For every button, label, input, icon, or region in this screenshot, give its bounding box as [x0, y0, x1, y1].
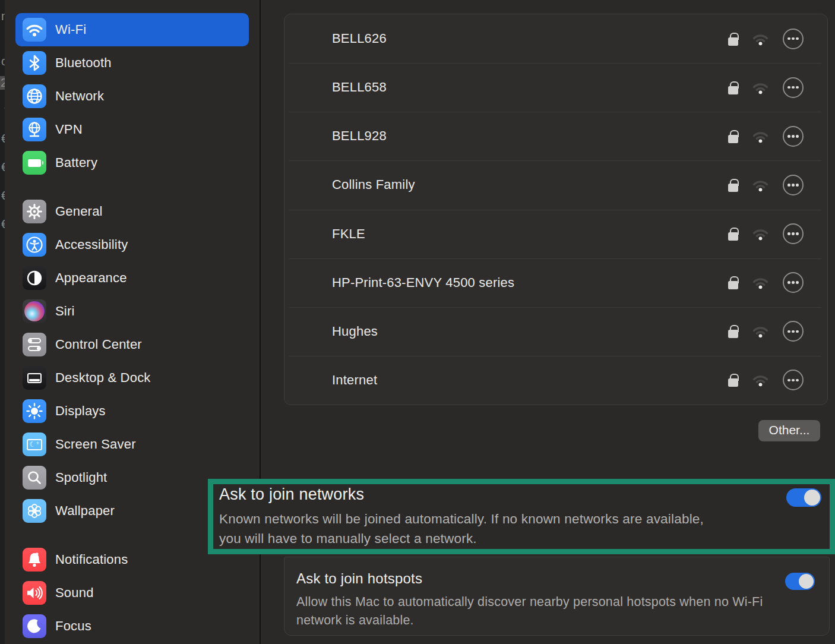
background-text-fragment: 2 [0, 76, 5, 90]
sidebar-item-label: Wallpaper [55, 503, 115, 519]
ask-to-join-hotspots-title: Ask to join hotspots [296, 570, 422, 587]
toggle-knob [804, 490, 820, 506]
sidebar-item-label: Control Center [55, 337, 142, 352]
sidebar-item-desktop-dock[interactable]: Desktop & Dock [15, 361, 249, 394]
sidebar-item-accessibility[interactable]: Accessibility [15, 228, 249, 261]
sidebar-item-battery[interactable]: Battery [15, 146, 249, 179]
ask-to-join-networks-toggle[interactable] [786, 488, 821, 507]
wifi-icon [23, 18, 46, 42]
sidebar-item-label: Notifications [55, 552, 128, 567]
sidebar-item-label: Battery [55, 155, 97, 171]
sidebar-item-label: General [55, 204, 103, 219]
other-network-button[interactable]: Other... [758, 420, 820, 441]
network-row[interactable]: FKLE [284, 210, 827, 258]
sidebar-item-control-center[interactable]: Control Center [15, 328, 249, 361]
network-row[interactable]: Internet [284, 356, 827, 405]
background-text-fragment: € [1, 189, 5, 203]
network-row[interactable]: Hughes [284, 307, 827, 356]
lock-icon [728, 378, 738, 387]
more-options-button[interactable] [783, 175, 804, 195]
sidebar-item-label: Focus [55, 618, 91, 634]
network-name: Collins Family [332, 177, 728, 192]
more-options-button[interactable] [783, 223, 804, 244]
ask-to-join-networks-annotated-row: Ask to join networks Known networks will… [208, 479, 835, 554]
sidebar-item-label: Spotlight [55, 470, 107, 485]
wifi-signal-icon [752, 178, 769, 192]
gear-icon [23, 200, 46, 223]
sidebar-item-screen-saver[interactable]: ☾⁺ Screen Saver [15, 428, 249, 461]
lock-icon [728, 86, 738, 94]
background-text-fragment: n [1, 10, 5, 23]
sidebar-item-bluetooth[interactable]: Bluetooth [15, 46, 249, 80]
more-options-button[interactable] [783, 370, 804, 390]
network-row-icons [728, 272, 804, 293]
network-row-icons [728, 223, 804, 244]
background-text-fragment: € [1, 160, 5, 174]
wifi-signal-icon [752, 373, 769, 387]
more-options-button[interactable] [783, 77, 804, 98]
lock-icon [728, 135, 738, 143]
sidebar-item-displays[interactable]: Displays [15, 394, 249, 428]
more-options-button[interactable] [783, 321, 804, 342]
network-row[interactable]: Collins Family [284, 160, 827, 209]
wifi-signal-icon [752, 81, 769, 94]
sidebar-item-focus[interactable]: Focus [15, 610, 249, 643]
sidebar-item-label: Siri [55, 304, 75, 319]
lock-icon [728, 232, 738, 241]
network-name: BELL626 [332, 31, 728, 46]
sidebar-item-siri[interactable]: Siri [15, 295, 249, 328]
screen-saver-icon: ☾⁺ [23, 433, 46, 456]
network-row-icons [728, 29, 804, 49]
network-row[interactable]: BELL658 [284, 63, 827, 112]
wifi-signal-icon [752, 227, 769, 241]
ask-to-join-hotspots-row: Ask to join hotspots Allow this Mac to a… [284, 557, 830, 636]
background-text-fragment: o [1, 55, 5, 68]
network-row-icons [728, 126, 804, 147]
lock-icon [728, 330, 738, 338]
sidebar-item-general[interactable]: General [15, 195, 249, 228]
network-name: BELL658 [332, 80, 728, 95]
ask-to-join-hotspots-description: Allow this Mac to automatically discover… [296, 593, 771, 630]
focus-moon-icon [23, 614, 46, 638]
background-window-edge: no2\€€€€ [0, 0, 5, 644]
sidebar-item-wi-fi[interactable]: Wi-Fi [15, 13, 249, 46]
battery-icon [23, 151, 46, 175]
sidebar-item-label: Sound [55, 585, 94, 601]
network-row-icons [728, 77, 804, 98]
network-row[interactable]: BELL928 [284, 112, 827, 160]
sidebar-item-appearance[interactable]: Appearance [15, 261, 249, 295]
network-name: Hughes [332, 324, 728, 339]
bluetooth-icon [23, 51, 46, 75]
sidebar-item-label: Accessibility [55, 237, 128, 252]
sidebar-item-label: Screen Saver [55, 437, 136, 452]
vpn-globe-icon [23, 118, 46, 141]
network-globe-icon [23, 84, 46, 108]
spotlight-magnifier-icon [23, 466, 46, 490]
background-text-fragment: € [1, 132, 5, 146]
wallpaper-flower-icon [23, 499, 46, 523]
more-options-button[interactable] [783, 126, 804, 147]
lock-icon [728, 184, 738, 192]
network-row-icons [728, 175, 804, 195]
wifi-signal-icon [752, 276, 769, 289]
network-row[interactable]: BELL626 [284, 14, 827, 63]
ask-to-join-hotspots-toggle[interactable] [785, 573, 815, 590]
notifications-bell-icon [23, 548, 46, 572]
sidebar-item-sound[interactable]: Sound [15, 576, 249, 610]
ask-to-join-networks-title: Ask to join networks [219, 485, 364, 504]
sidebar-item-network[interactable]: Network [15, 80, 249, 113]
sidebar-item-label: Desktop & Dock [55, 370, 151, 386]
ask-to-join-networks-description: Known networks will be joined automatica… [219, 509, 712, 548]
network-name: FKLE [332, 226, 728, 242]
sidebar-item-label: Network [55, 89, 104, 104]
sidebar-item-vpn[interactable]: VPN [15, 113, 249, 146]
siri-icon [23, 299, 46, 323]
sidebar-item-label: VPN [55, 122, 83, 137]
desktop-dock-icon [23, 366, 46, 390]
more-options-button[interactable] [783, 272, 804, 293]
network-row[interactable]: HP-Print-63-ENVY 4500 series [284, 258, 827, 307]
toggle-knob [799, 574, 814, 589]
system-settings-window: no2\€€€€ Wi-Fi Bluetooth Network VPN [0, 0, 835, 644]
more-options-button[interactable] [783, 29, 804, 49]
accessibility-icon [23, 233, 46, 257]
